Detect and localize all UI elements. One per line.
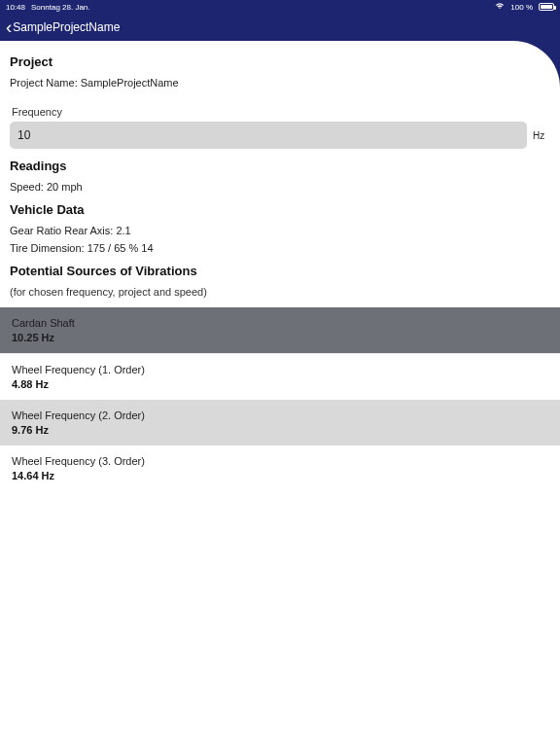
status-bar: 10:48 Sonntag 28. Jan. 100 %: [0, 0, 560, 14]
status-battery-pct: 100 %: [510, 3, 533, 12]
frequency-label: Frequency: [12, 106, 550, 118]
content-area: Project Project Name: SampleProjectName …: [0, 41, 560, 747]
gear-ratio-line: Gear Ratio Rear Axis: 2.1: [10, 225, 550, 236]
sources-subheading: (for chosen frequency, project and speed…: [10, 286, 550, 298]
status-date: Sonntag 28. Jan.: [31, 3, 90, 12]
nav-bar: ‹ SampleProjectName: [0, 14, 560, 41]
list-item[interactable]: Cardan Shaft 10.25 Hz: [0, 307, 560, 353]
project-heading: Project: [10, 54, 550, 69]
sources-heading: Potential Sources of Vibrations: [10, 264, 550, 278]
list-item[interactable]: Wheel Frequency (1. Order) 4.88 Hz: [0, 354, 560, 400]
status-time: 10:48: [6, 3, 25, 12]
readings-heading: Readings: [10, 159, 550, 173]
frequency-unit: Hz: [533, 130, 550, 141]
vehicle-data-heading: Vehicle Data: [10, 202, 550, 217]
project-name-line: Project Name: SampleProjectName: [10, 77, 550, 89]
list-item[interactable]: Wheel Frequency (3. Order) 14.64 Hz: [0, 445, 560, 491]
sources-list: Cardan Shaft 10.25 Hz Wheel Frequency (1…: [0, 307, 560, 491]
list-item[interactable]: Wheel Frequency (2. Order) 9.76 Hz: [0, 400, 560, 445]
tire-dimension-line: Tire Dimension: 175 / 65 % 14: [10, 242, 550, 254]
frequency-input[interactable]: [10, 122, 527, 149]
back-chevron-icon[interactable]: ‹: [6, 18, 12, 36]
back-button[interactable]: SampleProjectName: [13, 20, 120, 34]
wifi-icon: [495, 2, 505, 12]
speed-line: Speed: 20 mph: [10, 181, 550, 193]
battery-icon: [539, 3, 554, 11]
